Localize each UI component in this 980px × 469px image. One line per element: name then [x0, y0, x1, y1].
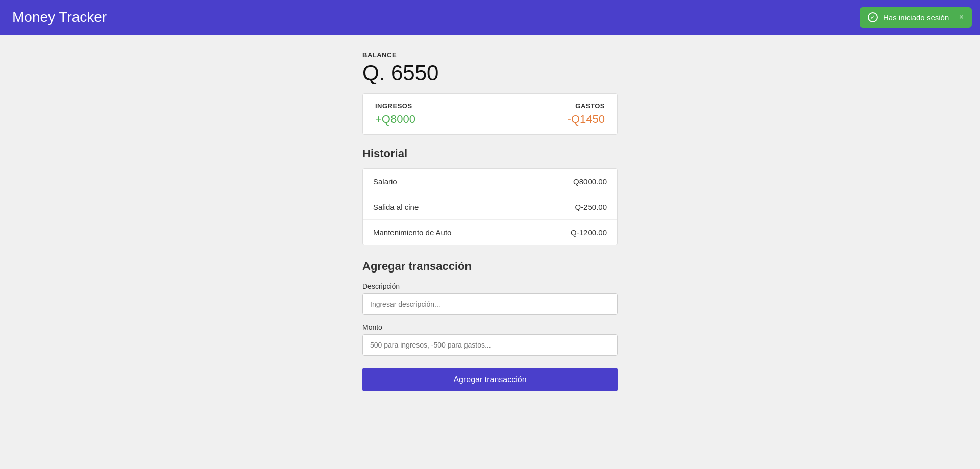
expense-section: GASTOS -Q1450 — [490, 102, 605, 126]
toast-notification: ✓ Has iniciado sesión × — [860, 7, 972, 28]
transaction-amount: Q-250.00 — [575, 203, 607, 211]
app-header: Money Tracker ✓ Has iniciado sesión × — [0, 0, 980, 35]
transaction-name: Salario — [373, 177, 397, 186]
transaction-amount: Q8000.00 — [573, 177, 607, 186]
transaction-amount: Q-1200.00 — [571, 228, 607, 237]
amount-input[interactable] — [362, 334, 618, 356]
history-title: Historial — [362, 147, 618, 160]
main-content: BALANCE Q. 6550 INGRESOS +Q8000 GASTOS -… — [0, 35, 980, 412]
transaction-history-list: SalarioQ8000.00Salida al cineQ-250.00Man… — [362, 168, 618, 245]
income-value: +Q8000 — [375, 113, 490, 126]
toast-check-icon: ✓ — [868, 12, 878, 22]
description-input[interactable] — [362, 293, 618, 315]
summary-card: INGRESOS +Q8000 GASTOS -Q1450 — [362, 93, 618, 135]
expense-label: GASTOS — [490, 102, 605, 110]
transaction-item: SalarioQ8000.00 — [363, 169, 617, 194]
transaction-name: Salida al cine — [373, 203, 419, 211]
add-transaction-title: Agregar transacción — [362, 260, 618, 273]
income-section: INGRESOS +Q8000 — [375, 102, 490, 126]
description-field-group: Descripción — [362, 282, 618, 315]
description-label: Descripción — [362, 282, 618, 290]
balance-amount: Q. 6550 — [362, 61, 618, 85]
transaction-item: Mantenimiento de AutoQ-1200.00 — [363, 220, 617, 245]
amount-field-group: Monto — [362, 323, 618, 356]
content-container: BALANCE Q. 6550 INGRESOS +Q8000 GASTOS -… — [362, 51, 618, 391]
expense-value: -Q1450 — [490, 113, 605, 126]
app-title: Money Tracker — [12, 9, 107, 26]
transaction-name: Mantenimiento de Auto — [373, 228, 451, 237]
amount-label: Monto — [362, 323, 618, 331]
toast-close-button[interactable]: × — [959, 13, 964, 21]
balance-label: BALANCE — [362, 51, 618, 59]
transaction-item: Salida al cineQ-250.00 — [363, 194, 617, 220]
toast-message: Has iniciado sesión — [883, 13, 954, 22]
income-label: INGRESOS — [375, 102, 490, 110]
add-transaction-button[interactable]: Agregar transacción — [362, 368, 618, 391]
